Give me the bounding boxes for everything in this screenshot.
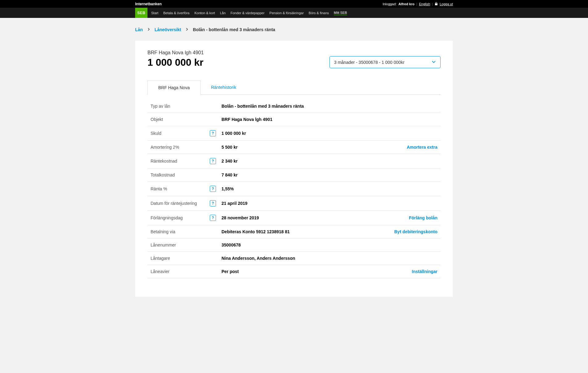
tabs: BRF Haga Nova Räntehistorik [147,81,441,95]
chevron-right-icon [147,27,150,32]
label-payment-via: Betalning via [151,229,175,234]
nav-pay[interactable]: Betala & överföra [163,11,189,15]
label-loan-type: Typ av lån [151,104,170,109]
value-loan-type: Bolån - bottenlån med 3 månaders ränta [222,104,437,109]
logged-in-label: Inloggad: [383,2,396,6]
nav-start[interactable]: Start [151,11,158,15]
label-object: Objekt [151,117,163,122]
value-payment-via: Debiteras Konto 5912 1238918 81 [222,229,394,234]
action-settings[interactable]: Inställningar [412,269,437,274]
row-rate-adjust-date: Datum för räntejustering? 21 april 2019 [147,196,441,211]
nav-market[interactable]: Börs & finans [309,11,329,15]
help-interest-rate-icon[interactable]: ? [210,186,216,192]
lock-icon [435,2,438,6]
value-object: BRF Haga Nova lgh 4901 [222,117,437,122]
value-extension-date: 28 november 2019 [222,215,409,220]
label-amortization: Amortering 2% [151,145,179,150]
breadcrumb-loan[interactable]: Lån [135,27,143,32]
chevron-down-icon [432,60,436,65]
value-interest-cost: 2 340 kr [222,159,437,164]
language-link[interactable]: English [419,2,430,6]
value-loan-number: 35000678 [222,242,437,247]
tab-brf-haga-nova[interactable]: BRF Haga Nova [147,81,201,95]
row-borrowers: Låntagare Nina Andersson, Anders Anderss… [147,252,441,265]
label-debt: Skuld [151,131,161,136]
row-extension-date: Förlängningsdag? 28 november 2019 Förlän… [147,211,441,225]
action-amortize-extra[interactable]: Amortera extra [407,145,437,150]
row-loan-notices: Låneavier Per post Inställningar [147,265,441,278]
nav-pension[interactable]: Pension & försäkringar [269,11,304,15]
logout-link[interactable]: Logga ut [440,2,453,6]
label-loan-number: Lånenummer [151,242,176,247]
help-interest-cost-icon[interactable]: ? [210,158,216,164]
label-extension-date: Förlängningsdag [151,215,183,220]
row-loan-type: Typ av lån Bolån - bottenlån med 3 månad… [147,100,441,113]
loan-select[interactable]: 3 månader - 35000678 - 1 000 000kr [329,56,441,68]
nav-funds[interactable]: Fonder & värdepapper [230,11,264,15]
nav-myseb[interactable]: Mitt SEB [334,11,347,15]
help-extension-icon[interactable]: ? [210,215,216,221]
breadcrumb-current: Bolån - bottenlån med 3 månaders ränta [193,27,275,32]
value-loan-notices: Per post [222,269,412,274]
separator: | [432,2,433,6]
tab-rate-history[interactable]: Räntehistorik [201,81,247,94]
row-interest-rate: Ränta %? 1,55% [147,182,441,196]
breadcrumb-overview[interactable]: Låneöversikt [155,27,181,32]
loan-amount: 1 000 000 kr [147,57,204,68]
action-extend-loan[interactable]: Förläng bolån [409,215,437,220]
app-brand: Internetbanken [135,2,162,6]
loan-title: BRF Haga Nova lgh 4901 [147,50,204,56]
separator: | [416,2,417,6]
label-interest-rate: Ränta % [151,186,167,191]
action-change-debit-account[interactable]: Byt debiteringskonto [394,229,437,234]
loan-card: BRF Haga Nova lgh 4901 1 000 000 kr 3 må… [135,41,453,297]
row-interest-cost: Räntekostnad? 2 340 kr [147,154,441,168]
breadcrumb: Lån Låneöversikt Bolån - bottenlån med 3… [135,27,453,32]
user-name: Alfred kro [398,2,414,6]
nav-loan[interactable]: Lån [220,11,226,15]
row-payment-via: Betalning via Debiteras Konto 5912 12389… [147,225,441,238]
row-debt: Skuld? 1 000 000 kr [147,126,441,141]
row-loan-number: Lånenummer 35000678 [147,238,441,252]
value-interest-rate: 1,55% [222,186,437,191]
help-rate-adjust-icon[interactable]: ? [210,200,216,206]
value-debt: 1 000 000 kr [222,131,437,136]
row-amortization: Amortering 2% 5 500 kr Amortera extra [147,141,441,154]
value-amortization: 5 500 kr [222,145,407,150]
chevron-right-icon [185,27,188,32]
row-object: Objekt BRF Haga Nova lgh 4901 [147,113,441,126]
label-total-cost: Totalkostnad [151,172,175,177]
seb-logo[interactable]: SEB [135,8,147,18]
label-loan-notices: Låneavier [151,269,170,274]
help-debt-icon[interactable]: ? [210,130,216,136]
label-interest-cost: Räntekostnad [151,159,177,164]
value-rate-adjust-date: 21 april 2019 [222,201,437,206]
loan-select-value: 3 månader - 35000678 - 1 000 000kr [334,60,404,65]
label-borrowers: Låntagare [151,256,170,261]
label-rate-adjust-date: Datum för räntejustering [151,201,197,206]
value-total-cost: 7 840 kr [222,172,437,177]
value-borrowers: Nina Andersson, Anders Andersson [222,256,437,261]
nav-accounts[interactable]: Konton & kort [194,11,215,15]
row-total-cost: Totalkostnad 7 840 kr [147,168,441,182]
